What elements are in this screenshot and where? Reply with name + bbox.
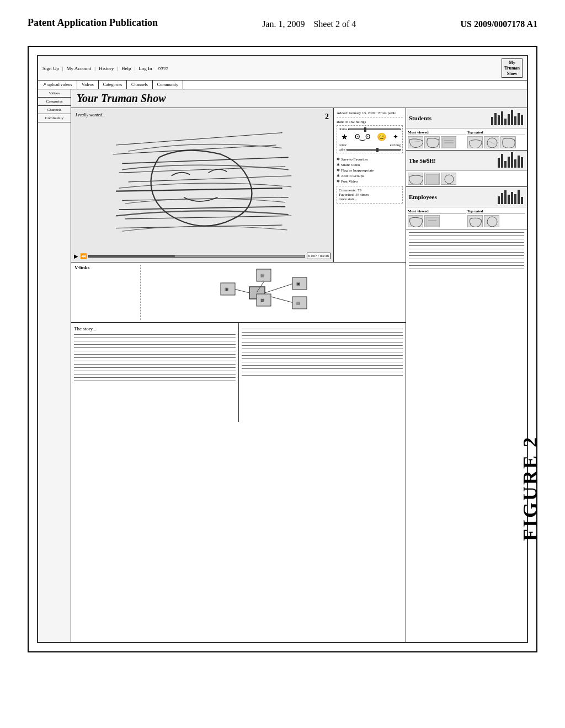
nav-left: Sign Up | My Account | History | Help | …: [42, 66, 168, 71]
svg-point-38: [445, 175, 454, 184]
bottom-text-lines: [74, 334, 236, 381]
thumb-5[interactable]: [484, 136, 499, 148]
nav-cerca: cerca: [158, 66, 168, 71]
emp-thumb-3[interactable]: [467, 215, 483, 227]
thumb-2[interactable]: [424, 136, 440, 148]
svg-text:▩: ▩: [260, 298, 265, 303]
upload-button[interactable]: ↗ upload videos: [38, 81, 77, 89]
tvshow-channel-name: The Si#$H!: [409, 158, 436, 164]
flag-inappropriate-btn[interactable]: ✱ Flag as Inappropriate: [337, 168, 403, 173]
sidebar-categories[interactable]: Categories: [38, 98, 71, 106]
emp-thumb-4[interactable]: [484, 215, 499, 227]
svg-rect-39: [426, 217, 439, 226]
subnav-community[interactable]: Community: [153, 81, 183, 89]
patent-title: Patent Application Publication: [28, 17, 158, 29]
page-header: Patent Application Publication Jan. 1, 2…: [0, 0, 565, 35]
emp-thumb-1[interactable]: [408, 215, 423, 227]
tvshow-thumbs: [408, 173, 456, 185]
right-bottom-lines: [406, 229, 527, 642]
svg-line-2: [122, 157, 288, 163]
svg-line-5: [116, 188, 282, 191]
mood-labels: comic exciting: [339, 143, 401, 147]
vlinks-title: V-links: [74, 265, 137, 270]
svg-point-41: [487, 217, 497, 227]
video-time: 01:07 / 03:38: [307, 253, 331, 259]
calm-slider[interactable]: [347, 149, 401, 151]
logo-line2: Truman: [504, 66, 520, 71]
thumb-3[interactable]: [441, 136, 456, 148]
thumb-6[interactable]: [500, 136, 516, 148]
flag-star-icon: ✱: [337, 168, 340, 173]
vlinks-section: V-links: [71, 263, 406, 323]
tvshow-thumb-1[interactable]: [408, 173, 423, 185]
video-controls[interactable]: ▶ ⏪ 01:07 / 03:38: [74, 253, 331, 259]
play-icon[interactable]: ▶: [74, 253, 78, 259]
header-date: Jan. 1, 2009: [262, 19, 305, 29]
subnav-categories[interactable]: Categories: [99, 81, 127, 89]
employees-top-rated: Top rated: [467, 209, 526, 227]
students-channel: Students: [406, 108, 527, 151]
students-bar-chart: [490, 110, 524, 126]
svg-text:▣: ▣: [296, 281, 301, 286]
sub-nav: ↗ upload videos Videos Categories Channe…: [38, 81, 527, 89]
save-to-favorites-btn[interactable]: ✱ Save to Favorites: [337, 157, 403, 162]
nav-signup[interactable]: Sign Up: [42, 66, 59, 71]
video-progress-bar[interactable]: [88, 255, 305, 258]
rewind-icon[interactable]: ⏪: [80, 253, 87, 259]
employees-channel-name: Employees: [409, 194, 437, 200]
ui-mockup: Sign Up | My Account | History | Help | …: [37, 55, 528, 643]
figure-container: FIGURE 2 Sign Up | My Account | History …: [28, 46, 537, 652]
video-player[interactable]: I really wanted... 2: [71, 108, 334, 262]
svg-line-8: [125, 216, 291, 219]
students-most-viewed: Most viewed: [408, 130, 466, 148]
save-star-icon: ✱: [337, 157, 340, 162]
emp-thumb-2[interactable]: [424, 215, 440, 227]
svg-text:▤: ▤: [296, 301, 300, 306]
thumb-1[interactable]: [408, 136, 423, 148]
svg-line-7: [119, 207, 285, 210]
tvshow-thumb-2[interactable]: [424, 173, 440, 185]
story-label: The story...: [74, 326, 236, 331]
svg-rect-37: [427, 174, 439, 184]
figure-label: FIGURE 2: [519, 436, 542, 541]
video-caption: I really wanted...: [76, 113, 105, 117]
nav-help[interactable]: Help: [121, 66, 131, 71]
tvshow-bar-chart: [497, 152, 524, 169]
more-stats-link[interactable]: more stats...: [339, 197, 401, 201]
nav-login[interactable]: Log In: [138, 66, 152, 71]
students-top-rated: Top rated: [467, 130, 526, 148]
subnav-videos[interactable]: Videos: [77, 81, 99, 89]
employees-channel: Employees: [406, 187, 527, 229]
tvshow-thumb-3[interactable]: [441, 173, 456, 185]
ratings-count: 162 ratings: [349, 120, 366, 124]
drama-slider[interactable]: [348, 129, 401, 130]
svg-line-0: [116, 133, 282, 145]
happy-icon: 😊: [377, 132, 386, 142]
page-title-bar: Your Truman Show: [71, 89, 527, 108]
subnav-channels[interactable]: Channels: [127, 81, 153, 89]
main-content: Videos Categories Channels Community You…: [38, 89, 527, 642]
share-video-btn[interactable]: ✱ Share Video: [337, 163, 403, 167]
action-buttons: ✱ Save to Favorites ✱ Share Video ✱: [337, 157, 403, 184]
site-logo: My Truman Show: [502, 58, 523, 78]
employees-top-rated-thumbs: [467, 215, 526, 227]
post-video-btn[interactable]: ✱ Post Video: [337, 179, 403, 184]
sidebar: Videos Categories Channels Community: [38, 89, 71, 642]
calm-slider-row: calm: [339, 148, 401, 151]
video-number: 2: [325, 113, 329, 121]
sidebar-videos[interactable]: Videos: [38, 89, 71, 98]
nav-history[interactable]: History: [99, 66, 114, 71]
vlinks-diagram: ▣ ▤ ▩ ▣ ▤: [141, 265, 402, 320]
bottom-right-lines: [242, 329, 403, 376]
sidebar-community[interactable]: Community: [38, 114, 71, 122]
nav-myaccount[interactable]: My Account: [67, 66, 92, 71]
thumb-4[interactable]: [467, 136, 483, 148]
svg-line-19: [265, 283, 294, 293]
rating-widget[interactable]: drama ★ ʘ‿ʘ 😊: [337, 125, 403, 153]
add-to-groups-btn[interactable]: ✱ Add to Groups: [337, 174, 403, 178]
svg-text:▤: ▤: [260, 273, 265, 278]
comic-label: comic: [339, 143, 347, 147]
employees-bar-chart: [497, 189, 524, 205]
share-star-icon: ✱: [337, 163, 340, 167]
sidebar-channels[interactable]: Channels: [38, 106, 71, 114]
